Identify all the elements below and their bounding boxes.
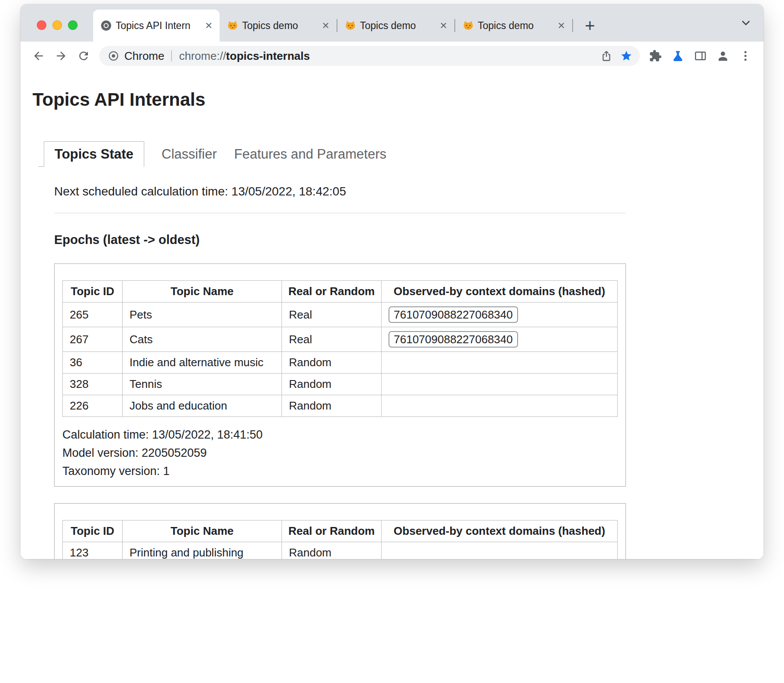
browser-tab-topics-demo-2[interactable]: Topics demo × (337, 10, 454, 42)
real-or-random-cell: Real (282, 327, 382, 352)
tab-title: Topics demo (242, 20, 316, 32)
window-close-button[interactable] (37, 20, 46, 30)
browser-tab-topics-demo-1[interactable]: Topics demo × (220, 10, 337, 42)
table-row: 328 Tennis Random (63, 374, 618, 395)
profile-avatar-icon[interactable] (712, 45, 734, 67)
col-observed-domains: Observed-by context domains (hashed) (382, 281, 618, 302)
topic-name-cell: Cats (123, 327, 282, 352)
window-minimize-button[interactable] (52, 20, 62, 30)
taxonomy-version: Taxonomy version: 1 (62, 462, 618, 480)
tab-title: Topics API Intern (116, 20, 199, 32)
table-header-row: Topic ID Topic Name Real or Random Obser… (63, 281, 618, 302)
epochs-heading: Epochs (latest -> oldest) (54, 232, 626, 247)
window-zoom-button[interactable] (68, 20, 78, 30)
topic-name-cell: Printing and publishing (123, 542, 282, 559)
browser-toolbar: Chrome chrome://topics-internals (20, 42, 764, 70)
topics-state-panel: Next scheduled calculation time: 13/05/2… (54, 184, 626, 559)
topic-name-cell: Jobs and education (123, 395, 282, 417)
traffic-lights (37, 20, 78, 30)
col-observed-domains: Observed-by context domains (hashed) (382, 520, 618, 542)
topic-id-cell: 328 (63, 374, 123, 395)
url-host: topics-internals (226, 49, 310, 62)
reload-button[interactable] (72, 45, 95, 67)
new-tab-button[interactable]: + (578, 14, 602, 37)
tab-title: Topics demo (360, 20, 434, 32)
domains-cell: 7610709088227068340 (382, 327, 618, 352)
page-title: Topics API Internals (32, 89, 764, 110)
section-divider (54, 213, 626, 213)
col-topic-id: Topic ID (63, 281, 123, 302)
page-tab-bar: Topics State Classifier Features and Par… (38, 141, 764, 167)
browser-tab-topics-internals[interactable]: Topics API Intern × (93, 10, 220, 42)
tab-close-icon[interactable]: × (437, 19, 450, 32)
domain-hash-box: 7610709088227068340 (389, 331, 518, 348)
topic-id-cell: 36 (63, 352, 123, 374)
col-real-or-random: Real or Random (282, 520, 382, 542)
tab-search-chevron-icon[interactable] (739, 16, 752, 29)
calculation-time: Calculation time: 13/05/2022, 18:41:50 (62, 426, 618, 444)
browser-tab-topics-demo-3[interactable]: Topics demo × (455, 10, 572, 42)
real-or-random-cell: Random (282, 542, 382, 559)
back-button[interactable] (27, 45, 50, 67)
bookmark-star-icon[interactable] (616, 46, 636, 66)
tab-close-icon[interactable]: × (319, 19, 332, 32)
epoch-meta: Calculation time: 13/05/2022, 18:41:50 M… (62, 426, 618, 480)
browser-window: Topics API Intern × Topics demo × Topics… (20, 4, 764, 559)
domains-cell (382, 374, 618, 395)
side-panel-icon[interactable] (689, 45, 712, 67)
domains-cell (382, 352, 618, 374)
chip-divider (171, 50, 172, 62)
tab-topics-state[interactable]: Topics State (44, 141, 144, 167)
col-real-or-random: Real or Random (282, 281, 382, 302)
address-bar[interactable]: Chrome chrome://topics-internals (99, 46, 640, 66)
tab-close-icon[interactable]: × (202, 19, 215, 32)
domains-cell (382, 542, 618, 559)
browser-tabs: Topics API Intern × Topics demo × Topics… (93, 10, 602, 42)
table-row: 36 Indie and alternative music Random (63, 352, 618, 374)
next-calculation-time: Next scheduled calculation time: 13/05/2… (54, 184, 626, 199)
tab-baseline (38, 166, 44, 167)
tab-close-icon[interactable]: × (555, 19, 568, 32)
table-row: 123 Printing and publishing Random (63, 542, 618, 559)
forward-button[interactable] (50, 45, 72, 67)
tab-strip: Topics API Intern × Topics demo × Topics… (20, 4, 764, 42)
chrome-page-icon (100, 20, 112, 32)
url-text: chrome://topics-internals (179, 49, 596, 63)
topic-id-cell: 123 (63, 542, 123, 559)
real-or-random-cell: Real (282, 302, 382, 327)
topic-name-cell: Indie and alternative music (123, 352, 282, 374)
table-row: 267 Cats Real 7610709088227068340 (63, 327, 618, 352)
col-topic-name: Topic Name (123, 281, 282, 302)
epoch-panel-older: Topic ID Topic Name Real or Random Obser… (54, 503, 626, 559)
flask-extension-icon[interactable] (667, 45, 689, 67)
epoch-table: Topic ID Topic Name Real or Random Obser… (62, 280, 618, 417)
domains-cell: 7610709088227068340 (382, 302, 618, 327)
extensions-puzzle-icon[interactable] (644, 45, 667, 67)
topic-id-cell: 265 (63, 302, 123, 327)
tab-separator (572, 19, 573, 32)
tab-features-and-parameters[interactable]: Features and Parameters (234, 142, 387, 167)
epoch-table: Topic ID Topic Name Real or Random Obser… (62, 520, 618, 559)
table-header-row: Topic ID Topic Name Real or Random Obser… (63, 520, 618, 542)
col-topic-id: Topic ID (63, 520, 123, 542)
tab-classifier[interactable]: Classifier (162, 142, 217, 167)
cat-icon (462, 20, 474, 32)
url-scheme: chrome:// (179, 49, 226, 62)
epoch-panel-latest: Topic ID Topic Name Real or Random Obser… (54, 263, 626, 487)
col-topic-name: Topic Name (123, 520, 282, 542)
chrome-icon (108, 50, 119, 62)
domain-hash-box: 7610709088227068340 (389, 306, 518, 323)
share-icon[interactable] (596, 46, 616, 66)
real-or-random-cell: Random (282, 374, 382, 395)
page-content: Topics API Internals Topics State Classi… (20, 70, 764, 559)
cat-icon (344, 20, 356, 32)
topic-name-cell: Pets (123, 302, 282, 327)
site-chip-label: Chrome (124, 49, 164, 63)
domains-cell (382, 395, 618, 417)
table-row: 226 Jobs and education Random (63, 395, 618, 417)
model-version: Model version: 2205052059 (62, 444, 618, 462)
topic-id-cell: 267 (63, 327, 123, 352)
tab-title: Topics demo (478, 20, 551, 32)
topic-name-cell: Tennis (123, 374, 282, 395)
kebab-menu-icon[interactable] (734, 45, 757, 67)
